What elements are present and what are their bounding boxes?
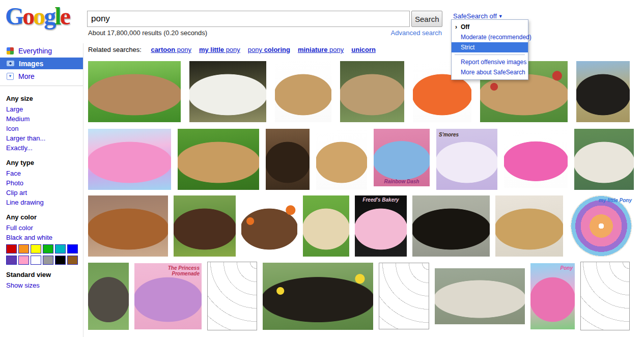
related-link-text: cartoon xyxy=(151,46,175,53)
filter-link[interactable]: Black and white xyxy=(6,233,82,242)
image-result[interactable] xyxy=(275,61,331,122)
image-result[interactable]: The Princess Promenade xyxy=(134,263,202,329)
logo-letter: o xyxy=(22,3,33,30)
related-search-link[interactable]: miniature pony xyxy=(298,46,344,53)
image-label: Pony xyxy=(545,265,573,271)
related-link-text: pony xyxy=(175,46,191,53)
image-result[interactable] xyxy=(88,263,129,330)
color-swatch[interactable] xyxy=(18,244,29,254)
image-result[interactable] xyxy=(340,61,404,122)
safesearch-toggle[interactable]: SafeSearch off▼ xyxy=(453,12,503,20)
logo-letter: e xyxy=(60,3,69,30)
safesearch-option-moderate[interactable]: Moderate (recommended) xyxy=(452,32,528,42)
related-link-text: miniature xyxy=(298,46,328,53)
results-grid: Rainbow DashS'moresFreed's Bakerymy litt… xyxy=(88,61,634,330)
image-result[interactable] xyxy=(379,263,429,329)
filter-link[interactable]: Clip art xyxy=(6,188,82,198)
image-result[interactable] xyxy=(316,129,367,190)
current-option-marker: › xyxy=(455,23,457,31)
advanced-search-link[interactable]: Advanced search xyxy=(391,29,442,37)
color-swatch[interactable] xyxy=(43,256,53,265)
image-result[interactable] xyxy=(88,195,168,257)
image-result[interactable] xyxy=(88,129,171,190)
logo-letter: o xyxy=(33,3,44,30)
image-result[interactable]: Pony xyxy=(530,263,575,329)
image-result[interactable] xyxy=(189,61,266,122)
sidebar-filters: Any sizeLargeMediumIconLarger than...Exa… xyxy=(6,90,82,290)
filter-link[interactable]: Line drawing xyxy=(6,198,82,207)
related-searches: Related searches: cartoon ponymy little … xyxy=(88,46,376,53)
color-swatch[interactable] xyxy=(67,256,78,265)
related-search-link[interactable]: cartoon pony xyxy=(151,46,191,53)
safesearch-report-link[interactable]: Report offensive images xyxy=(452,57,528,67)
color-swatch[interactable] xyxy=(55,244,66,254)
image-result[interactable] xyxy=(495,195,563,257)
related-search-link[interactable]: unicorn xyxy=(351,46,376,53)
sidebar-item-more[interactable]: ▼ More xyxy=(0,70,83,82)
image-result[interactable] xyxy=(303,195,349,257)
image-result[interactable]: my little Pony xyxy=(569,195,634,257)
logo-letter: l xyxy=(54,3,60,30)
dropdown-arrow-icon: ▼ xyxy=(498,14,503,19)
related-link-text: pony xyxy=(248,46,264,53)
more-dropdown-icon: ▼ xyxy=(7,73,14,80)
image-result[interactable]: Rainbow Dash xyxy=(374,129,430,186)
image-result[interactable] xyxy=(88,61,181,122)
safesearch-about-link[interactable]: More about SafeSearch xyxy=(452,67,528,77)
image-result[interactable] xyxy=(174,195,236,257)
sidebar-item-images[interactable]: Images xyxy=(0,58,83,69)
filter-link[interactable]: Medium xyxy=(6,114,82,124)
image-result[interactable] xyxy=(266,129,310,190)
image-result[interactable] xyxy=(263,263,373,330)
image-result[interactable] xyxy=(504,129,568,188)
safesearch-option-strict[interactable]: Strict xyxy=(452,42,528,52)
google-logo[interactable]: Google xyxy=(5,1,69,32)
color-swatch[interactable] xyxy=(31,256,41,265)
image-result[interactable] xyxy=(576,61,630,122)
safesearch-menu: ›Off Moderate (recommended) Strict Repor… xyxy=(451,19,528,80)
sidebar-item-everything[interactable]: Everything xyxy=(0,45,83,57)
image-label: Rainbow Dash xyxy=(374,179,430,184)
related-link-text: pony xyxy=(224,46,240,53)
filter-link[interactable]: Show sizes xyxy=(6,280,82,290)
image-label: The Princess Promenade xyxy=(158,265,200,276)
filter-link[interactable]: Large xyxy=(6,104,82,114)
image-result[interactable] xyxy=(574,129,634,190)
color-swatch[interactable] xyxy=(6,256,17,265)
filter-link[interactable]: Full color xyxy=(6,223,82,233)
search-input[interactable] xyxy=(87,11,410,27)
image-result[interactable] xyxy=(241,195,297,257)
swatch-row xyxy=(6,244,82,254)
logo-letter: g xyxy=(44,3,54,30)
image-result[interactable] xyxy=(207,262,257,330)
color-swatch[interactable] xyxy=(6,244,17,254)
related-link-text: pony xyxy=(327,46,344,53)
search-button[interactable]: Search xyxy=(411,11,442,27)
sidebar-divider xyxy=(0,86,83,86)
filter-link[interactable]: Icon xyxy=(6,124,82,133)
filter-link[interactable]: Larger than... xyxy=(6,133,82,143)
safesearch-option-off[interactable]: ›Off xyxy=(452,22,528,32)
image-result[interactable] xyxy=(178,129,259,190)
image-result[interactable]: Freed's Bakery xyxy=(355,195,407,257)
filter-title: Any size xyxy=(6,95,82,102)
related-search-link[interactable]: my little pony xyxy=(199,46,240,53)
color-swatch[interactable] xyxy=(18,256,29,265)
image-result[interactable] xyxy=(580,262,630,330)
color-swatch[interactable] xyxy=(67,244,78,254)
filter-link[interactable]: Photo xyxy=(6,178,82,188)
filter-link[interactable]: Exactly... xyxy=(6,143,82,153)
image-result[interactable] xyxy=(435,268,525,324)
results-row: The Princess PromenadePony xyxy=(88,262,634,330)
color-swatch[interactable] xyxy=(55,256,66,265)
filter-link[interactable]: Face xyxy=(6,168,82,178)
color-swatch[interactable] xyxy=(43,244,53,254)
image-result[interactable]: S'mores xyxy=(436,129,497,190)
image-label: Freed's Bakery xyxy=(355,197,407,203)
results-row xyxy=(88,61,634,122)
related-search-link[interactable]: pony coloring xyxy=(248,46,290,53)
logo-letter: G xyxy=(5,3,22,30)
filter-title: Standard view xyxy=(6,271,82,278)
color-swatch[interactable] xyxy=(31,244,41,254)
image-result[interactable] xyxy=(412,195,490,257)
